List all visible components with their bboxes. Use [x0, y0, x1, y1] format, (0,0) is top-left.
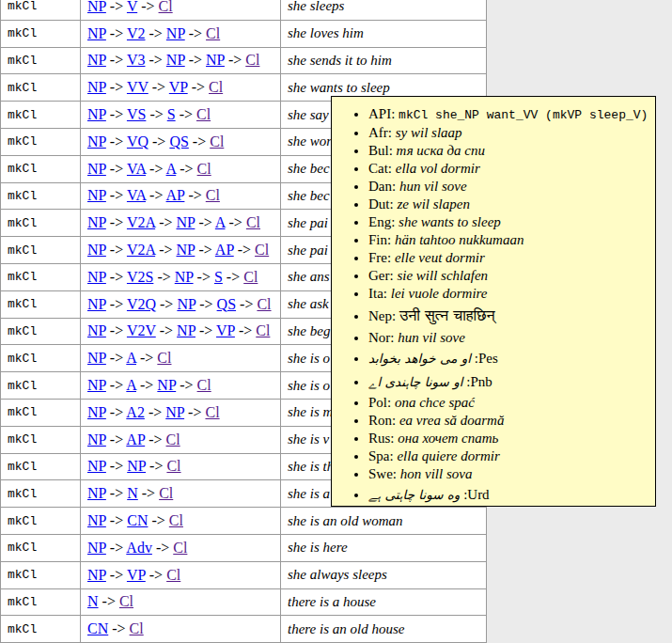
category-link[interactable]: V2A — [127, 242, 155, 258]
example-sentence-cell: there is an old house — [281, 616, 487, 643]
category-link[interactable]: Cl — [245, 52, 259, 68]
category-link[interactable]: NP — [87, 350, 106, 366]
category-link[interactable]: Cl — [246, 214, 260, 230]
category-link[interactable]: S — [214, 269, 223, 285]
category-link[interactable]: NP — [177, 296, 195, 312]
synopsis-page: mkClNP -> V -> Clshe sleepsmkClNP -> V2 … — [0, 0, 672, 643]
category-link[interactable]: NP — [87, 377, 106, 393]
category-link[interactable]: VQ — [127, 133, 148, 149]
category-link[interactable]: Cl — [166, 431, 180, 447]
category-link[interactable]: Cl — [257, 296, 271, 312]
translation-line: Pol: ona chce spać — [368, 395, 475, 410]
category-link[interactable]: V3 — [127, 52, 146, 68]
category-link[interactable]: V2S — [127, 269, 153, 285]
category-link[interactable]: A — [126, 350, 136, 366]
category-link[interactable]: QS — [217, 296, 236, 312]
category-link[interactable]: Cl — [119, 593, 133, 609]
category-link[interactable]: V2Q — [127, 296, 156, 312]
category-link[interactable]: Cl — [169, 512, 183, 528]
category-link[interactable]: VA — [127, 161, 146, 177]
category-link[interactable]: VS — [127, 106, 146, 122]
category-link[interactable]: Cl — [197, 161, 211, 177]
category-link[interactable]: V — [127, 0, 137, 14]
category-link[interactable]: Cl — [206, 187, 220, 203]
category-link[interactable]: AP — [126, 431, 145, 447]
category-link[interactable]: NP — [87, 242, 106, 258]
category-link[interactable]: NP — [87, 404, 106, 420]
category-link[interactable]: NP — [177, 322, 195, 338]
table-row: mkClCN -> Clthere is an old house — [1, 616, 487, 643]
translation-line: Eng: she wants to sleep — [368, 214, 501, 229]
translation-value: hun vil sove — [398, 330, 465, 345]
category-link[interactable]: A — [126, 377, 136, 393]
category-link[interactable]: Cl — [205, 404, 219, 420]
category-link[interactable]: NP — [87, 133, 106, 149]
category-link[interactable]: NP — [177, 214, 195, 230]
arrow-separator: -> — [106, 458, 127, 474]
category-link[interactable]: CN — [127, 512, 148, 528]
category-link[interactable]: Cl — [209, 79, 223, 95]
category-link[interactable]: N — [127, 485, 138, 501]
category-link[interactable]: NP — [87, 485, 106, 501]
category-link[interactable]: AP — [166, 187, 185, 203]
category-link[interactable]: S — [167, 106, 176, 122]
category-link[interactable]: V2A — [127, 214, 155, 230]
category-link[interactable]: Cl — [166, 567, 180, 583]
category-link[interactable]: NP — [87, 52, 106, 68]
category-link[interactable]: Cl — [206, 25, 220, 41]
category-link[interactable]: NP — [87, 269, 106, 285]
category-link[interactable]: NP — [87, 79, 106, 95]
category-link[interactable]: Cl — [159, 485, 173, 501]
function-name-cell: mkCl — [1, 263, 81, 290]
category-link[interactable]: Cl — [166, 458, 180, 474]
category-link[interactable]: QS — [169, 133, 188, 149]
category-link[interactable]: AP — [215, 242, 234, 258]
category-link[interactable]: V2 — [127, 25, 146, 41]
category-link[interactable]: NP — [87, 431, 106, 447]
function-name: mkCl — [8, 595, 37, 609]
category-link[interactable]: NP — [87, 161, 106, 177]
category-link[interactable]: NP — [166, 25, 185, 41]
category-link[interactable]: Cl — [196, 106, 211, 122]
category-link[interactable]: NP — [166, 52, 185, 68]
category-link[interactable]: CN — [87, 620, 108, 636]
category-link[interactable]: Cl — [130, 620, 144, 636]
category-link[interactable]: A — [215, 214, 226, 230]
category-link[interactable]: NP — [87, 567, 106, 583]
category-link[interactable]: Cl — [256, 322, 270, 338]
category-link[interactable]: NP — [87, 25, 106, 41]
category-link[interactable]: VV — [127, 79, 148, 95]
category-link[interactable]: Cl — [157, 350, 171, 366]
category-link[interactable]: NP — [87, 106, 106, 122]
category-link[interactable]: NP — [157, 377, 176, 393]
category-link[interactable]: Adv — [126, 540, 152, 556]
category-link[interactable]: NP — [87, 458, 106, 474]
category-link[interactable]: NP — [87, 322, 106, 338]
category-link[interactable]: Cl — [255, 242, 269, 258]
category-link[interactable]: NP — [127, 458, 146, 474]
category-link[interactable]: NP — [87, 214, 106, 230]
category-link[interactable]: NP — [87, 296, 106, 312]
category-link[interactable]: NP — [206, 52, 225, 68]
category-link[interactable]: Cl — [159, 0, 173, 14]
category-link[interactable]: VA — [127, 187, 146, 203]
translation-value: ea vrea să doarmă — [399, 413, 505, 428]
category-link[interactable]: VP — [127, 567, 146, 583]
category-link[interactable]: Cl — [173, 540, 187, 556]
category-link[interactable]: NP — [87, 540, 106, 556]
category-link[interactable]: Cl — [197, 377, 211, 393]
category-link[interactable]: NP — [165, 404, 184, 420]
category-link[interactable]: NP — [175, 269, 194, 285]
category-link[interactable]: Cl — [210, 133, 224, 149]
category-link[interactable]: A — [166, 161, 177, 177]
category-link[interactable]: NP — [87, 512, 106, 528]
category-link[interactable]: V2V — [127, 322, 156, 338]
category-link[interactable]: N — [87, 593, 99, 609]
category-link[interactable]: A2 — [126, 404, 145, 420]
category-link[interactable]: NP — [87, 187, 106, 203]
category-link[interactable]: VP — [216, 322, 235, 338]
category-link[interactable]: NP — [87, 0, 106, 14]
category-link[interactable]: Cl — [243, 269, 258, 285]
category-link[interactable]: VP — [169, 79, 188, 95]
category-link[interactable]: NP — [177, 242, 195, 258]
